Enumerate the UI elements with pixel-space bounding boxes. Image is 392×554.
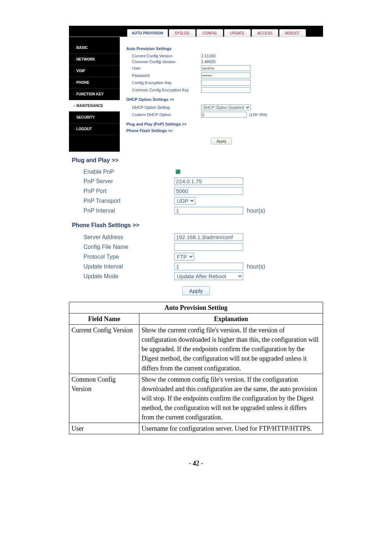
field-header: Field Name — [69, 313, 139, 325]
pnp-interval-input[interactable] — [174, 207, 243, 214]
pnp-port-input[interactable] — [174, 187, 243, 195]
current-config-version-value: 2.11160 — [201, 54, 216, 58]
table-explanation: Show the common config file's version. I… — [139, 374, 323, 423]
pnp-interval-label: PnP Interval — [83, 208, 174, 214]
sidebar-phone[interactable]: ›PHONE — [69, 77, 120, 89]
table-row: Common Config Version Show the common co… — [69, 374, 323, 423]
tab-config[interactable]: CONFIG — [196, 29, 223, 37]
chevron-icon: › — [73, 104, 74, 108]
maintenance-screenshot: AUTO PROVISION SYSLOG CONFIG UPDATE ACCE… — [69, 25, 323, 152]
content-panel: Auto Provision Settings Current Config V… — [120, 37, 323, 152]
chevron-icon: › — [73, 81, 74, 85]
config-file-name-input[interactable] — [174, 243, 243, 251]
auto-provision-section-title: Auto Provision Settings — [126, 46, 317, 51]
sidebar-logout[interactable]: ›LOGOUT — [69, 123, 120, 135]
user-input[interactable] — [201, 65, 250, 71]
custom-dhcp-option-label: Custom DHCP Option — [132, 112, 201, 117]
pnp-transport-select[interactable]: UDP — [174, 197, 195, 205]
custom-dhcp-option-input[interactable] — [201, 112, 247, 118]
protocol-type-label: Protocol Type — [83, 254, 174, 260]
dhcp-option-section-title[interactable]: DHCP Option Settings >> — [126, 97, 317, 102]
table-field: Current Config Version — [69, 325, 139, 374]
password-input[interactable] — [201, 73, 250, 78]
table-explanation: Show the current config file's version. … — [139, 325, 323, 374]
pnp-transport-label: PnP Transport — [83, 198, 174, 204]
tab-reboot[interactable]: REBOOT — [279, 29, 306, 37]
update-interval-input[interactable] — [174, 263, 243, 270]
sidebar-security[interactable]: ›SECURITY — [69, 112, 120, 123]
common-config-version-label: Common Config Version — [132, 59, 201, 64]
chevron-icon: › — [73, 127, 74, 131]
tab-access[interactable]: ACCESS — [252, 29, 278, 37]
table-row: User Username for configuration server. … — [69, 423, 323, 434]
password-label: Password — [132, 73, 201, 78]
protocol-type-select[interactable]: FTP — [174, 253, 194, 260]
flash-section-collapsed[interactable]: Phone Flash Settings >> — [126, 128, 317, 133]
config-enc-key-input[interactable] — [201, 80, 250, 86]
sidebar-network[interactable]: ›NETWORK — [69, 54, 120, 65]
chevron-icon: › — [73, 57, 74, 61]
table-row: Current Config Version Show the current … — [69, 325, 323, 374]
settings-detail-screenshot: Plug and Play >> Enable PnP PnP Server P… — [69, 157, 323, 295]
common-config-version-value: 2.49925 — [201, 59, 216, 64]
table-explanation: Username for configuration server. Used … — [139, 423, 323, 434]
tab-syslog[interactable]: SYSLOG — [169, 29, 196, 37]
server-address-label: Server Address — [83, 234, 174, 241]
page-number: - 42 - — [0, 460, 392, 467]
pnp-section-collapsed[interactable]: Plug and Play (PnP) Settings >> — [126, 122, 317, 126]
table-field: Common Config Version — [69, 374, 139, 423]
explanation-header: Explanation — [139, 313, 323, 325]
enable-pnp-label: Enable PnP — [83, 169, 174, 175]
pnp-server-label: PnP Server — [83, 178, 174, 185]
sidebar-basic[interactable]: ›BASIC — [69, 42, 120, 54]
server-address-input[interactable] — [174, 233, 243, 241]
chevron-icon: › — [73, 115, 74, 119]
flash-section-title[interactable]: Phone Flash Settings >> — [72, 222, 323, 229]
pnp-interval-unit: hour(s) — [247, 208, 265, 214]
enable-pnp-checkbox[interactable] — [176, 169, 180, 174]
sidebar-maintenance[interactable]: ›MAINTENANCE — [69, 100, 120, 112]
chevron-icon: › — [73, 92, 74, 96]
pnp-section-title[interactable]: Plug and Play >> — [72, 157, 323, 164]
custom-dhcp-option-range: (128~254) — [249, 112, 267, 117]
pnp-server-input[interactable] — [174, 177, 243, 185]
tab-auto-provision[interactable]: AUTO PROVISION — [127, 29, 168, 37]
table-field: User — [69, 423, 139, 434]
apply-button-2[interactable]: Apply — [182, 286, 210, 295]
tab-update[interactable]: UPDATE — [224, 29, 251, 37]
update-interval-unit: hour(s) — [247, 263, 265, 270]
common-config-enc-key-input[interactable] — [201, 87, 250, 93]
explanation-table: Auto Provision Setting Field Name Explan… — [69, 302, 323, 434]
top-tab-bar: AUTO PROVISION SYSLOG CONFIG UPDATE ACCE… — [69, 26, 323, 37]
update-mode-label: Update Mode — [83, 273, 174, 280]
sidebar-function-key[interactable]: ›FUNCTION KEY — [69, 89, 120, 100]
apply-button[interactable]: Apply — [211, 138, 232, 144]
sidebar: ›BASIC ›NETWORK ›VOIP ›PHONE ›FUNCTION K… — [69, 37, 120, 152]
chevron-icon: › — [73, 46, 74, 50]
common-config-enc-key-label: Common Config Encryption Key — [132, 88, 201, 92]
update-interval-label: Update Interval — [83, 263, 174, 270]
sidebar-voip[interactable]: ›VOIP — [69, 65, 120, 77]
chevron-icon: › — [73, 69, 74, 73]
config-file-name-label: Config File Name — [83, 244, 174, 250]
config-enc-key-label: Config Encryption Key — [132, 81, 201, 85]
pnp-port-label: PnP Port — [83, 188, 174, 194]
user-label: User — [132, 66, 201, 70]
update-mode-select[interactable]: Update After Reboot — [174, 272, 243, 280]
dhcp-option-setting-label: DHCP Option Setting — [132, 105, 201, 110]
dhcp-option-setting-select[interactable]: DHCP Option Disabled — [201, 104, 251, 110]
table-title: Auto Provision Setting — [69, 302, 323, 313]
current-config-version-label: Current Config Version — [132, 54, 201, 58]
